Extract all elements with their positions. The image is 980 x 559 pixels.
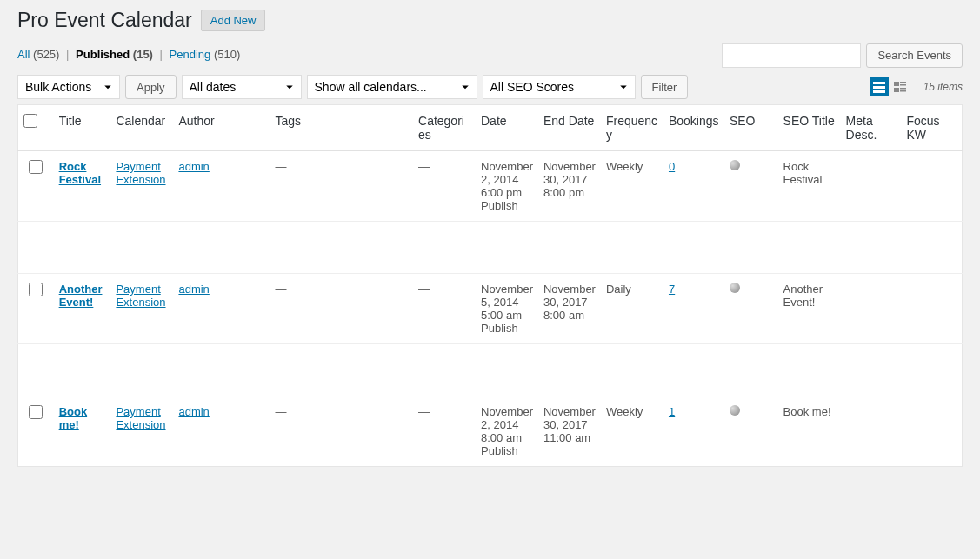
categories-cell: — [418,160,430,173]
col-title[interactable]: Title [54,105,111,151]
search-input[interactable] [722,43,861,68]
frequency-cell: Weekly [601,396,663,467]
end-date-cell: November 30, 2017 8:00 pm [538,151,601,222]
svg-rect-1 [873,86,885,89]
col-seo: SEO [724,105,778,151]
seo-dot-icon [730,160,740,170]
tags-cell: — [275,160,286,173]
excerpt-view-icon[interactable] [890,77,910,96]
apply-button[interactable]: Apply [125,75,177,99]
end-date-cell: November 30, 2017 8:00 am [538,274,601,344]
col-end-date: End Date [538,105,601,151]
filter-button[interactable]: Filter [641,75,689,99]
author-link[interactable]: admin [178,405,209,418]
separator: | [157,48,166,61]
calendar-link[interactable]: Payment Extension [116,283,165,309]
calendar-link[interactable]: Payment Extension [116,405,165,431]
bookings-link[interactable]: 1 [669,405,675,418]
col-date[interactable]: Date [476,105,538,151]
author-link[interactable]: admin [178,160,209,173]
date-cell: November 2, 2014 6:00 pm Publish [476,151,538,222]
event-title-link[interactable]: Another Event! [59,283,103,309]
end-date-cell: November 30, 2017 11:00 am [538,396,601,467]
svg-rect-8 [900,90,906,92]
svg-rect-6 [894,88,899,92]
list-view-icon[interactable] [870,77,889,96]
status-filters: All (525) | Published (15) | Pending (51… [17,48,240,61]
svg-rect-2 [873,90,885,93]
filter-all-link[interactable]: All (525) [17,48,59,61]
bookings-link[interactable]: 7 [669,283,675,296]
focus-kw-cell [901,274,962,344]
dates-select[interactable]: All dates [182,75,302,99]
author-link[interactable]: admin [178,283,209,296]
filter-published-count: (15) [133,48,153,61]
meta-desc-cell [841,151,902,222]
frequency-cell: Daily [601,274,663,344]
search-button[interactable]: Search Events [866,43,963,68]
categories-cell: — [418,283,430,296]
focus-kw-cell [901,396,962,467]
col-categories: Categories [413,105,476,151]
filter-published-label: Published [76,48,130,61]
event-title-link[interactable]: Book me! [59,405,88,431]
date-cell: November 5, 2014 5:00 am Publish [476,274,538,344]
seo-dot-icon [730,405,740,416]
seo-title-cell: Another Event! [778,274,841,344]
frequency-cell: Weekly [601,151,663,222]
add-new-button[interactable]: Add New [201,10,266,31]
meta-desc-cell [841,396,902,467]
row-checkbox[interactable] [29,160,43,174]
col-frequency: Frequency [601,105,663,151]
svg-rect-7 [900,88,906,90]
meta-desc-cell [841,274,902,344]
seo-dot-icon [730,283,740,293]
seo-scores-select[interactable]: All SEO Scores [483,75,636,99]
events-table: Title Calendar Author Tags Categories Da… [17,104,963,467]
page-title: Pro Event Calendar [17,9,192,32]
seo-title-cell: Rock Festival [778,151,841,222]
filter-published-link[interactable]: Published (15) [76,48,153,61]
date-cell: November 2, 2014 8:00 am Publish [476,396,538,467]
categories-cell: — [418,405,430,418]
col-tags: Tags [270,105,413,151]
svg-rect-5 [900,84,906,86]
svg-rect-0 [873,82,885,84]
table-row: Another Event!Payment Extensionadmin——No… [18,274,963,344]
col-bookings: Bookings [663,105,724,151]
filter-all-count: (525) [33,48,59,61]
filter-pending-link[interactable]: Pending (510) [170,48,241,61]
separator: | [63,48,72,61]
col-calendar: Calendar [110,105,173,151]
svg-rect-3 [894,82,899,86]
tags-cell: — [275,405,286,418]
col-meta-desc: Meta Desc. [841,105,902,151]
filter-pending-count: (510) [214,48,240,61]
table-row: Book me!Payment Extensionadmin——November… [18,396,963,467]
col-author: Author [173,105,270,151]
calendar-link[interactable]: Payment Extension [116,160,165,186]
col-focus-kw: Focus KW [901,105,962,151]
calendars-select[interactable]: Show all calendars... [307,75,477,99]
select-all-checkbox[interactable] [23,114,37,128]
item-count: 15 items [923,81,963,93]
row-checkbox[interactable] [29,283,43,296]
row-checkbox[interactable] [29,405,43,419]
svg-rect-4 [900,82,906,83]
filter-pending-label: Pending [170,48,211,61]
seo-title-cell: Book me! [778,396,841,467]
tags-cell: — [275,283,286,296]
bulk-actions-select[interactable]: Bulk Actions [17,75,120,99]
event-title-link[interactable]: Rock Festival [59,160,101,186]
filter-all-label: All [17,48,30,61]
bookings-link[interactable]: 0 [669,160,675,173]
table-row: Rock FestivalPayment Extensionadmin——Nov… [18,151,963,222]
col-seo-title: SEO Title [778,105,841,151]
focus-kw-cell [901,151,962,222]
